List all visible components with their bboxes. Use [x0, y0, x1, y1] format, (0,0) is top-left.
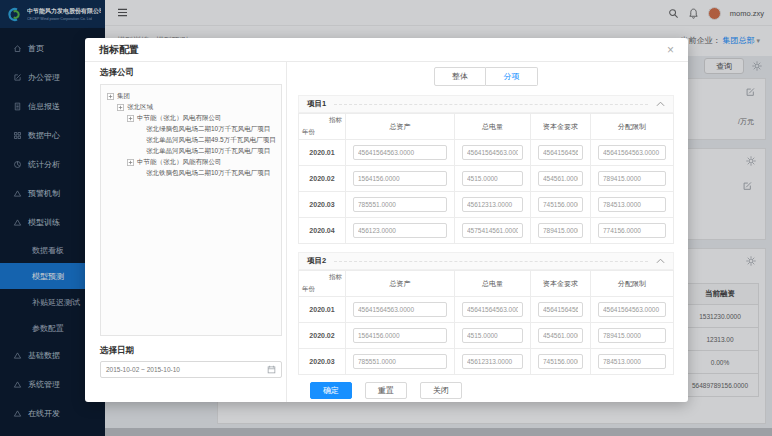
- indicator-config-modal: 指标配置 × 选择公司 集团 张北区域 中节: [85, 38, 688, 402]
- tree-node-project[interactable]: 张北单晶河风电场二期10万千瓦风电厂项目: [105, 146, 277, 157]
- year-cell: 2020.02: [299, 323, 346, 349]
- value-input[interactable]: [538, 171, 583, 186]
- tree-node-project[interactable]: 张北单晶河风电场二期49.5万千瓦风电厂项目: [105, 135, 277, 146]
- project1-table: 指标 年份 总资产 总电量 资本金要求 分配限制 2020.01: [298, 113, 674, 244]
- value-input[interactable]: [353, 197, 447, 212]
- tree-node-label: 中节能（张北）风电有限公司: [137, 114, 222, 123]
- confirm-button[interactable]: 确定: [310, 382, 352, 399]
- value-input[interactable]: [598, 145, 666, 160]
- col-header-capital-req: 资本金要求: [531, 114, 591, 140]
- tab-itemized[interactable]: 分项: [486, 67, 538, 86]
- value-input[interactable]: [598, 223, 666, 238]
- value-input[interactable]: [598, 197, 666, 212]
- modal-header: 指标配置 ×: [85, 38, 688, 62]
- select-date-label: 选择日期: [100, 345, 286, 357]
- value-input[interactable]: [462, 197, 523, 212]
- value-input[interactable]: [538, 328, 583, 343]
- value-input[interactable]: [598, 354, 666, 369]
- modal-footer-buttons: 确定 重置 关闭: [310, 382, 674, 399]
- value-input[interactable]: [353, 223, 447, 238]
- date-range-input[interactable]: 2015-10-02 ~ 2015-10-10: [100, 361, 282, 378]
- modal-title: 指标配置: [99, 43, 139, 57]
- tree-toggle-icon[interactable]: [127, 115, 134, 122]
- tree-node-project[interactable]: 张北绿脑包风电场二期10万千瓦风电厂项目: [105, 124, 277, 135]
- tree-node-label: 张北铁脑包风电场二期10万千瓦风电厂项目: [146, 169, 270, 178]
- tree-node-company[interactable]: 中节能（张北）风能有限公司: [105, 157, 277, 168]
- value-input[interactable]: [462, 145, 523, 160]
- close-icon[interactable]: ×: [667, 44, 674, 56]
- value-input[interactable]: [598, 171, 666, 186]
- col-header-total-assets: 总资产: [346, 271, 455, 297]
- table-row: 2020.01: [299, 140, 674, 166]
- col-header-total-power: 总电量: [455, 114, 531, 140]
- value-input[interactable]: [353, 145, 447, 160]
- value-input[interactable]: [462, 328, 523, 343]
- mode-tabs: 整体 分项: [298, 67, 674, 86]
- year-cell: 2020.01: [299, 297, 346, 323]
- tree-node-project[interactable]: 张北铁脑包风电场二期10万千瓦风电厂项目: [105, 168, 277, 179]
- value-input[interactable]: [462, 223, 523, 238]
- value-input[interactable]: [353, 302, 447, 317]
- table-row: 2020.02: [299, 323, 674, 349]
- diag-year-label: 年份: [302, 285, 315, 294]
- year-cell: 2020.01: [299, 140, 346, 166]
- col-header-total-assets: 总资产: [346, 114, 455, 140]
- tree-node-label: 张北单晶河风电场二期10万千瓦风电厂项目: [146, 147, 270, 156]
- project1-title: 项目1: [307, 99, 326, 109]
- table-row: 2020.01: [299, 297, 674, 323]
- diag-indicator-label: 指标: [329, 273, 342, 282]
- tree-toggle-icon[interactable]: [107, 93, 114, 100]
- tree-node-label: 张北绿脑包风电场二期10万千瓦风电厂项目: [146, 125, 270, 134]
- value-input[interactable]: [462, 354, 523, 369]
- value-input[interactable]: [353, 328, 447, 343]
- chevron-up-icon[interactable]: [656, 258, 665, 264]
- table-row: 2020.03: [299, 192, 674, 218]
- project2-section-bar[interactable]: 项目2: [298, 252, 674, 270]
- table-row: 2020.03: [299, 349, 674, 375]
- date-range-value: 2015-10-02 ~ 2015-10-10: [106, 366, 180, 373]
- diag-indicator-label: 指标: [329, 116, 342, 125]
- value-input[interactable]: [353, 171, 447, 186]
- value-input[interactable]: [462, 171, 523, 186]
- table-row: 2020.02: [299, 166, 674, 192]
- company-select-panel: 选择公司 集团 张北区域 中节能（张北）风电有限公司: [85, 62, 286, 402]
- close-button[interactable]: 关闭: [420, 382, 462, 399]
- tree-node-group[interactable]: 集团: [105, 91, 277, 102]
- col-header-dist-limit: 分配限制: [591, 114, 674, 140]
- indicator-panel: 整体 分项 项目1 指标 年份 总资产: [286, 62, 688, 402]
- tree-node-company[interactable]: 中节能（张北）风电有限公司: [105, 113, 277, 124]
- year-cell: 2020.04: [299, 218, 346, 244]
- value-input[interactable]: [598, 302, 666, 317]
- value-input[interactable]: [538, 223, 583, 238]
- reset-button[interactable]: 重置: [365, 382, 407, 399]
- value-input[interactable]: [538, 302, 583, 317]
- tab-overall[interactable]: 整体: [434, 67, 486, 86]
- project2-table: 指标 年份 总资产 总电量 资本金要求 分配限制 2020.01: [298, 270, 674, 375]
- diagonal-header-cell: 指标 年份: [299, 114, 346, 140]
- tree-node-region[interactable]: 张北区域: [105, 102, 277, 113]
- table-header-row: 指标 年份 总资产 总电量 资本金要求 分配限制: [299, 114, 674, 140]
- value-input[interactable]: [538, 354, 583, 369]
- tree-toggle-icon[interactable]: [117, 104, 124, 111]
- tree-node-label: 中节能（张北）风能有限公司: [137, 158, 222, 167]
- table-header-row: 指标 年份 总资产 总电量 资本金要求 分配限制: [299, 271, 674, 297]
- col-header-capital-req: 资本金要求: [531, 271, 591, 297]
- chevron-up-icon[interactable]: [656, 101, 665, 107]
- value-input[interactable]: [538, 145, 583, 160]
- project1-section-bar[interactable]: 项目1: [298, 95, 674, 113]
- value-input[interactable]: [353, 354, 447, 369]
- tree-node-label: 集团: [117, 92, 130, 101]
- tree-toggle-icon[interactable]: [127, 159, 134, 166]
- tree-node-label: 张北区域: [127, 103, 153, 112]
- col-header-total-power: 总电量: [455, 271, 531, 297]
- year-cell: 2020.03: [299, 349, 346, 375]
- value-input[interactable]: [598, 328, 666, 343]
- modal-body: 选择公司 集团 张北区域 中节能（张北）风电有限公司: [85, 62, 688, 402]
- company-tree: 集团 张北区域 中节能（张北）风电有限公司 张北绿脑包风电场二期10万千瓦风电厂…: [100, 84, 282, 336]
- section-divider: [334, 104, 648, 105]
- diag-year-label: 年份: [302, 128, 315, 137]
- diagonal-header-cell: 指标 年份: [299, 271, 346, 297]
- value-input[interactable]: [462, 302, 523, 317]
- value-input[interactable]: [538, 197, 583, 212]
- year-cell: 2020.02: [299, 166, 346, 192]
